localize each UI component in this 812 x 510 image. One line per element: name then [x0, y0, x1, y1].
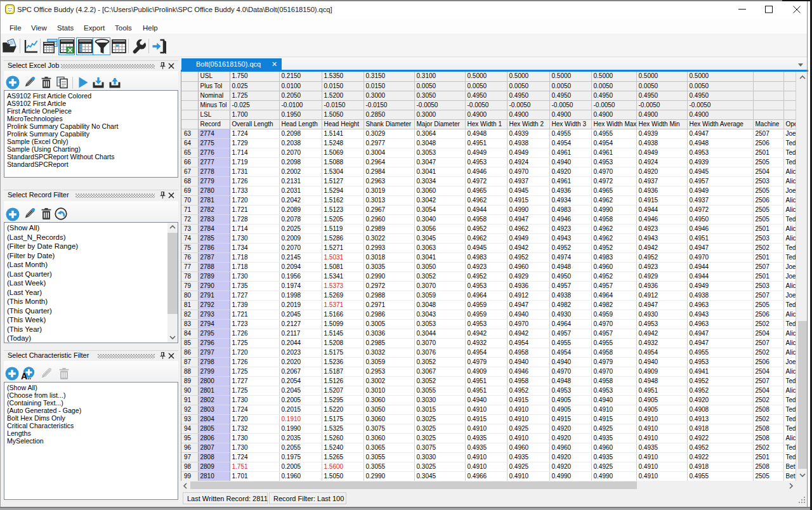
svg-text:A: A: [21, 371, 27, 380]
svg-text:..: ..: [27, 373, 31, 380]
